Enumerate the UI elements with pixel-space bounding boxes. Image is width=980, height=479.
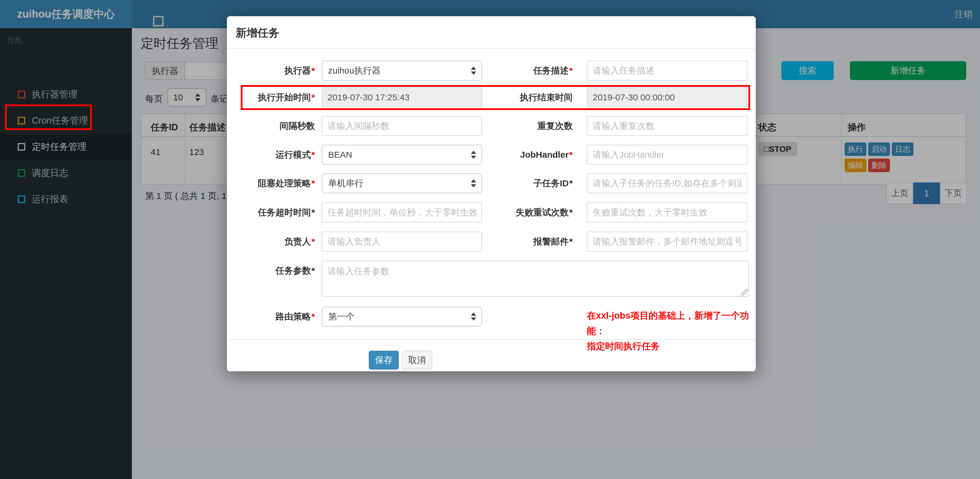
save-button[interactable]: 保存 [369, 351, 399, 369]
cancel-button[interactable]: 取消 [402, 351, 432, 369]
route-strategy-select-value: 第一个 [328, 311, 355, 323]
select-spinner-icon [471, 151, 476, 159]
fail-retry-count-input[interactable] [587, 202, 748, 223]
run-mode-select[interactable]: BEAN [322, 145, 482, 165]
modal-title-divider [227, 48, 756, 49]
field-label-child-job-id: 子任务ID* [488, 173, 573, 193]
jobhandler-input[interactable] [587, 145, 748, 165]
block-strategy-select-value: 单机串行 [328, 177, 363, 189]
field-label-job-param: 任务参数* [235, 261, 315, 281]
field-label-start-time: 执行开始时间* [235, 88, 315, 107]
select-spinner-icon [471, 179, 476, 188]
field-label-executor: 执行器* [235, 60, 315, 81]
add-task-modal: 新增任务 执行器* zuihou执行器 任务描述* 执行开始时间* 执行结束时间… [227, 16, 756, 371]
job-param-textarea[interactable] [322, 261, 749, 297]
child-job-id-input[interactable] [587, 173, 748, 193]
repeat-count-input[interactable] [587, 116, 748, 136]
field-label-end-time: 执行结束时间 [488, 88, 573, 107]
app-screen: zuihou任务调度中心 注销 导航 执行器管理 Cron任务管理 定时任务管理… [0, 0, 980, 479]
field-label-job-desc: 任务描述* [488, 60, 573, 81]
modal-footer-divider [227, 339, 756, 340]
route-strategy-select[interactable]: 第一个 [322, 307, 482, 326]
field-label-block-strategy: 阻塞处理策略* [235, 173, 315, 193]
end-time-input[interactable] [587, 88, 748, 107]
field-label-fail-retry-count: 失败重试次数* [488, 202, 573, 223]
field-label-repeat-count: 重复次数 [488, 116, 573, 136]
job-desc-input[interactable] [587, 60, 748, 81]
field-label-interval-seconds: 间隔秒数 [235, 116, 315, 136]
field-label-alarm-email: 报警邮件* [488, 232, 573, 251]
executor-select[interactable]: zuihou执行器 [322, 60, 482, 81]
job-timeout-input[interactable] [322, 202, 482, 223]
field-label-jobhandler: JobHandler* [488, 145, 573, 165]
run-mode-select-value: BEAN [328, 150, 352, 160]
executor-select-value: zuihou执行器 [328, 65, 380, 77]
field-label-owner: 负责人* [235, 232, 315, 251]
start-time-input[interactable] [322, 88, 482, 107]
modal-title: 新增任务 [236, 25, 279, 40]
block-strategy-select[interactable]: 单机串行 [322, 173, 482, 193]
field-label-run-mode: 运行模式* [235, 145, 315, 165]
feature-note-text: 在xxl-jobs项目的基础上，新增了一个功能： 指定时间执行任务 [587, 308, 756, 354]
select-spinner-icon [471, 312, 476, 321]
owner-input[interactable] [322, 232, 482, 251]
select-spinner-icon [471, 67, 476, 75]
alarm-email-input[interactable] [587, 232, 748, 251]
interval-seconds-input[interactable] [322, 116, 482, 136]
field-label-route-strategy: 路由策略* [235, 307, 315, 326]
field-label-job-timeout: 任务超时时间* [235, 202, 315, 223]
